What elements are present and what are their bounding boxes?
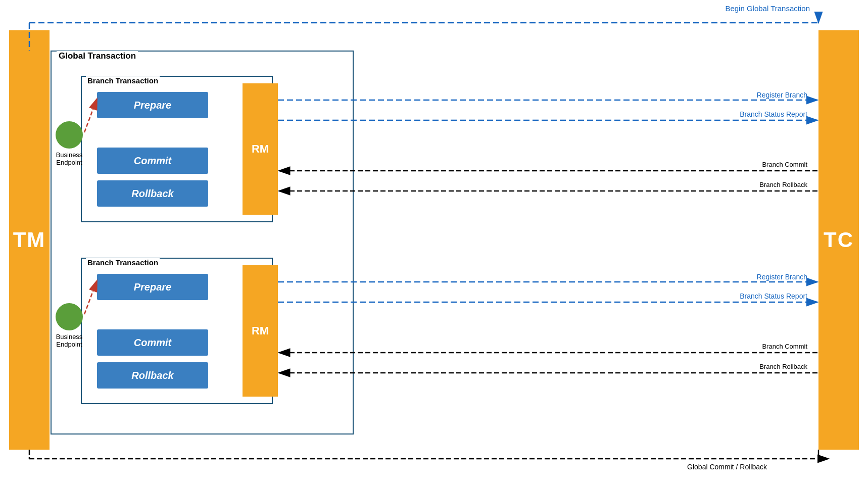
tc-block: TC bbox=[818, 30, 859, 450]
begin-global-label: Begin Global Transaction bbox=[725, 4, 810, 13]
tc-label: TC bbox=[824, 228, 854, 252]
be-label-1: BusinessEndpoint bbox=[56, 151, 83, 166]
rm-label-2: RM bbox=[252, 324, 269, 337]
branch-commit-2-label: Branch Commit bbox=[762, 343, 807, 350]
rm-block-1: RM bbox=[243, 83, 278, 215]
global-commit-label: Global Commit / Rollback bbox=[687, 463, 767, 471]
diagram-container: Begin Global Transaction TM TC Global Tr… bbox=[0, 0, 868, 483]
prepare-btn-2: Prepare bbox=[97, 274, 208, 300]
be-label-2: BusinessEndpoint bbox=[56, 333, 83, 348]
rollback-btn-1: Rollback bbox=[97, 180, 208, 207]
branch-label-2: Branch Transaction bbox=[86, 258, 160, 267]
branch-rollback-2-label: Branch Rollback bbox=[759, 363, 807, 370]
branch-status-2-label: Branch Status Report bbox=[740, 292, 807, 300]
be-circle-2 bbox=[56, 303, 83, 330]
commit-btn-1: Commit bbox=[97, 148, 208, 174]
rm-label-1: RM bbox=[252, 142, 269, 156]
register-branch-2-label: Register Branch bbox=[757, 273, 807, 281]
business-endpoint-2: BusinessEndpoint bbox=[56, 303, 83, 348]
global-transaction-label: Global Transaction bbox=[57, 51, 138, 61]
branch-commit-1-label: Branch Commit bbox=[762, 161, 807, 168]
prepare-btn-1: Prepare bbox=[97, 92, 208, 118]
commit-btn-2: Commit bbox=[97, 329, 208, 356]
branch-label-1: Branch Transaction bbox=[86, 76, 160, 85]
be-circle-1 bbox=[56, 121, 83, 149]
tm-block: TM bbox=[9, 30, 50, 450]
register-branch-1-label: Register Branch bbox=[757, 91, 807, 99]
rollback-btn-2: Rollback bbox=[97, 362, 208, 389]
tm-label: TM bbox=[13, 228, 46, 252]
branch-status-1-label: Branch Status Report bbox=[740, 110, 807, 118]
branch-rollback-1-label: Branch Rollback bbox=[759, 181, 807, 188]
rm-block-2: RM bbox=[243, 265, 278, 397]
business-endpoint-1: BusinessEndpoint bbox=[56, 121, 83, 166]
